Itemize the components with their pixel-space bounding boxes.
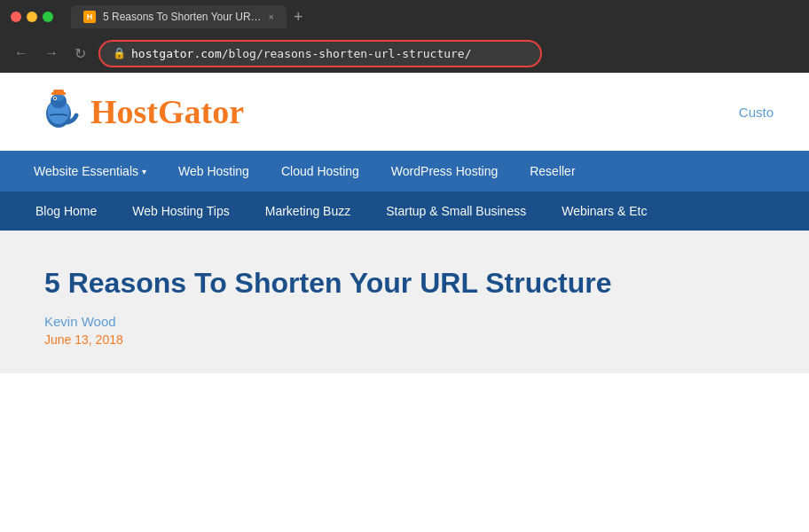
browser-tab[interactable]: H 5 Reasons To Shorten Your UR… × (71, 5, 287, 28)
chevron-down-icon: ▾ (142, 167, 146, 176)
lock-icon: 🔒 (113, 47, 126, 59)
close-button[interactable] (11, 12, 21, 22)
refresh-button[interactable]: ↻ (71, 42, 90, 66)
forward-button[interactable]: → (41, 42, 62, 65)
blog-nav-marketing-buzz[interactable]: Marketing Buzz (247, 192, 368, 231)
main-nav: Website Essentials ▾ Web Hosting Cloud H… (0, 151, 809, 192)
logo-area: HostGator (35, 89, 244, 135)
new-tab-button[interactable]: + (294, 8, 303, 27)
blog-nav-blog-home[interactable]: Blog Home (18, 192, 114, 231)
nav-item-reseller[interactable]: Reseller (514, 151, 591, 192)
blog-nav-startup-small-business[interactable]: Startup & Small Business (368, 192, 544, 231)
back-button[interactable]: ← (11, 42, 32, 65)
address-domain: hostgator.com (131, 47, 222, 60)
svg-rect-7 (53, 90, 64, 94)
tab-bar: H 5 Reasons To Shorten Your UR… × + (71, 5, 798, 28)
svg-point-5 (54, 98, 56, 99)
traffic-lights (11, 12, 53, 22)
tab-close-button[interactable]: × (269, 12, 274, 22)
site-header: HostGator Custo (0, 73, 809, 151)
page-content: HostGator Custo Website Essentials ▾ Web… (0, 73, 809, 532)
address-path: /blog/reasons-shorten-url-structure/ (222, 47, 472, 60)
tab-favicon: H (83, 11, 96, 23)
header-cta[interactable]: Custo (739, 105, 774, 120)
browser-titlebar: H 5 Reasons To Shorten Your UR… × + (0, 0, 809, 34)
fullscreen-button[interactable] (43, 12, 53, 22)
article-author[interactable]: Kevin Wood (44, 314, 765, 329)
blog-nav-web-hosting-tips[interactable]: Web Hosting Tips (114, 192, 247, 231)
logo-gator-icon (35, 89, 82, 135)
minimize-button[interactable] (27, 12, 37, 22)
article-title: 5 Reasons To Shorten Your URL Structure (44, 266, 765, 300)
article-area: 5 Reasons To Shorten Your URL Structure … (0, 231, 809, 373)
nav-item-cloud-hosting[interactable]: Cloud Hosting (265, 151, 375, 192)
article-date: June 13, 2018 (44, 332, 765, 347)
site-logo-text[interactable]: HostGator (90, 92, 244, 131)
tab-title: 5 Reasons To Shorten Your UR… (103, 11, 262, 23)
blog-nav-webinars-etc[interactable]: Webinars & Etc (544, 192, 664, 231)
browser-toolbar: ← → ↻ 🔒 hostgator.com/blog/reasons-short… (0, 34, 809, 73)
address-bar[interactable]: 🔒 hostgator.com/blog/reasons-shorten-url… (98, 40, 542, 67)
nav-item-wordpress-hosting[interactable]: WordPress Hosting (375, 151, 514, 192)
blog-nav: Blog Home Web Hosting Tips Marketing Buz… (0, 192, 809, 231)
address-bar-wrapper: 🔒 hostgator.com/blog/reasons-shorten-url… (98, 40, 542, 67)
nav-item-website-essentials[interactable]: Website Essentials ▾ (18, 151, 162, 192)
address-text: hostgator.com/blog/reasons-shorten-url-s… (131, 47, 472, 60)
nav-item-web-hosting[interactable]: Web Hosting (162, 151, 265, 192)
